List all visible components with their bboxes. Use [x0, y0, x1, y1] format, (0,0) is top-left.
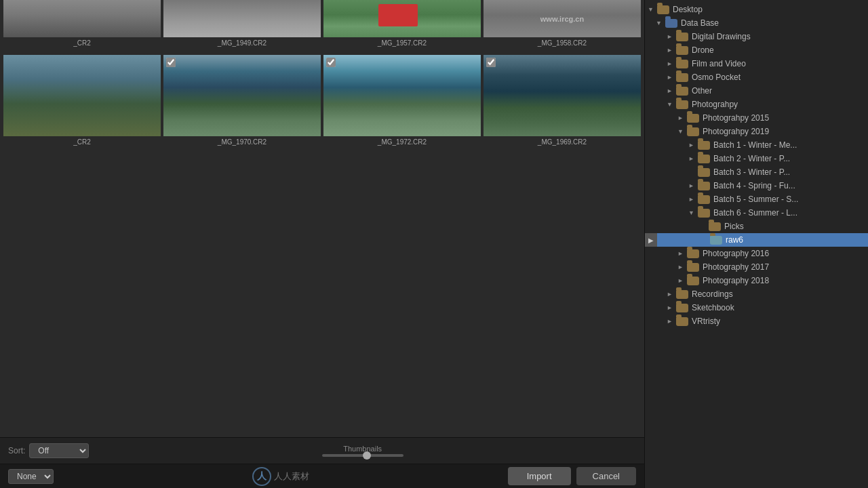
footer-bar: None 人 人人素材 Import Cancel — [0, 464, 644, 488]
tree-item-drone[interactable]: Drone — [645, 43, 868, 57]
thumbnail-r2c3 — [323, 55, 481, 136]
tree-item-vrtristy[interactable]: VRtristy — [645, 314, 868, 328]
tree-item-photography[interactable]: Photograhpy — [645, 98, 868, 111]
tree-text-photography-2019: Photograhpy 2019 — [703, 127, 769, 136]
tree-item-batch1[interactable]: Batch 1 - Winter - Me... — [645, 138, 868, 152]
tree-item-picks[interactable]: Picks — [645, 220, 868, 233]
raw6-nav-left[interactable]: ▶ — [645, 233, 657, 247]
folder-icon-batch2 — [698, 155, 710, 163]
tree-text-batch3: Batch 3 - Winter - P... — [713, 167, 790, 177]
tree-item-database[interactable]: Data Base — [645, 16, 868, 30]
photo-label-top-4: _MG_1958.CR2 — [484, 37, 641, 49]
photo-label-top-2: _MG_1949.CR2 — [163, 37, 321, 49]
photo-cell-top-3: _MG_1957.CR2 — [323, 0, 481, 49]
photo-label-r2c1: _CR2 — [3, 136, 161, 148]
folder-icon-photography — [676, 100, 688, 109]
tree-item-desktop[interactable]: Desktop — [645, 3, 868, 16]
checkbox-area-r2c4[interactable] — [486, 58, 496, 69]
arrow-digital-drawings — [667, 33, 676, 40]
arrow-batch6 — [688, 209, 698, 216]
tree-item-batch6[interactable]: Batch 6 - Summer - L... — [645, 206, 868, 220]
tree-text-photography-2018: Photography 2018 — [703, 276, 769, 285]
arrow-desktop — [648, 6, 657, 13]
sort-select[interactable]: Off By Date By Name — [29, 443, 89, 458]
photo-checkbox-r2c3[interactable] — [326, 58, 336, 67]
tree-text-photography-2015: Photograhpy 2015 — [703, 113, 769, 123]
tree-text-database: Data Base — [681, 18, 719, 28]
tree-item-batch3[interactable]: Batch 3 - Winter - P... — [645, 165, 868, 179]
tree-text-vrtristy: VRtristy — [692, 317, 720, 326]
arrow-photography-2017 — [677, 264, 687, 270]
photo-cell-top-4: www.ircg.cn _MG_1958.CR2 — [484, 0, 641, 49]
checkbox-area-r2c3[interactable] — [326, 58, 336, 69]
tree-item-batch5[interactable]: Batch 5 - Summer - S... — [645, 192, 868, 206]
checkbox-area-r2c2[interactable] — [166, 58, 176, 69]
footer-select[interactable]: None — [8, 469, 54, 484]
tree-item-raw6[interactable]: raw6 — [657, 233, 868, 247]
tree-text-film-video: Film and Video — [692, 59, 746, 68]
tree-item-photography-2018[interactable]: Photography 2018 — [645, 274, 868, 287]
slider-container — [322, 454, 403, 457]
photo-cell-r2c3[interactable]: _MG_1972.CR2 — [323, 55, 481, 148]
import-button[interactable]: Import — [508, 467, 571, 485]
folder-icon-digital-drawings — [676, 33, 688, 41]
tree-text-batch2: Batch 2 - Winter - P... — [713, 154, 790, 163]
sort-label: Sort: — [8, 446, 25, 455]
tree-text-photography-2016: Photography 2016 — [703, 249, 769, 258]
tree-item-osmo-pocket[interactable]: Osmo Pocket — [645, 70, 868, 84]
tree-item-sketchbook[interactable]: Sketchbook — [645, 301, 868, 314]
photo-cell-r2c4[interactable]: _MG_1969.CR2 — [484, 55, 641, 148]
tree-text-batch6: Batch 6 - Summer - L... — [713, 208, 797, 218]
tree-item-photography-2015[interactable]: Photograhpy 2015 — [645, 111, 868, 125]
arrow-recordings — [667, 291, 676, 298]
tree-item-batch4[interactable]: Batch 4 - Spring - Fu... — [645, 179, 868, 192]
thumbnail-slider[interactable] — [322, 454, 403, 457]
arrow-other — [667, 87, 676, 94]
thumbnail-top-2 — [163, 0, 321, 37]
tree-item-batch2[interactable]: Batch 2 - Winter - P... — [645, 152, 868, 165]
photo-checkbox-r2c4[interactable] — [486, 58, 496, 67]
folder-icon-batch6 — [698, 209, 710, 218]
photo-grid: _CR2 _MG_1970.CR2 _MG_19 — [0, 52, 644, 437]
tree-text-raw6: raw6 — [726, 235, 743, 245]
cancel-button[interactable]: Cancel — [576, 467, 636, 485]
photo-cell-top-1: _CR2 — [3, 0, 161, 49]
arrow-film-video — [667, 60, 676, 67]
thumbnail-top-4: www.ircg.cn — [484, 0, 641, 37]
arrow-photography-2018 — [677, 277, 687, 284]
folder-icon-batch3 — [698, 168, 710, 177]
arrow-batch1 — [688, 142, 698, 148]
tree-item-photography-2019[interactable]: Photograhpy 2019 — [645, 125, 868, 138]
tree-item-film-video[interactable]: Film and Video — [645, 57, 868, 70]
tree-text-digital-drawings: Digital Drawings — [692, 32, 751, 41]
slider-thumb[interactable] — [363, 451, 371, 460]
tree-item-other[interactable]: Other — [645, 84, 868, 98]
arrow-vrtristy — [667, 318, 676, 325]
folder-icon-batch4 — [698, 182, 710, 190]
sort-area: Sort: Off By Date By Name — [8, 443, 89, 458]
tree-item-photography-2017[interactable]: Photography 2017 — [645, 260, 868, 274]
folder-icon-photography-2019 — [687, 127, 699, 136]
tree-item-digital-drawings[interactable]: Digital Drawings — [645, 30, 868, 43]
tree-item-recordings[interactable]: Recordings — [645, 287, 868, 301]
folder-icon-photography-2017 — [687, 263, 699, 272]
folder-icon-vrtristy — [676, 317, 688, 326]
tree-text-batch4: Batch 4 - Spring - Fu... — [713, 181, 795, 190]
watermark-logo: 人 人人素材 — [252, 467, 309, 486]
arrow-sketchbook — [667, 304, 676, 311]
photo-cell-r2c1[interactable]: _CR2 — [3, 55, 161, 148]
thumbnails-area: Thumbnails — [322, 445, 403, 457]
tree-item-photography-2016[interactable]: Photography 2016 — [645, 247, 868, 260]
thumbnail-r2c1 — [3, 55, 161, 136]
file-tree-content[interactable]: Desktop Data Base Digital Drawings Drone — [645, 0, 868, 488]
photo-checkbox-r2c2[interactable] — [166, 58, 176, 67]
photo-label-r2c3: _MG_1972.CR2 — [323, 136, 481, 148]
arrow-photography-2016 — [677, 250, 687, 257]
folder-icon-picks — [709, 222, 721, 231]
photo-label-top-3: _MG_1957.CR2 — [323, 37, 481, 49]
photo-label-r2c2: _MG_1970.CR2 — [163, 136, 321, 148]
folder-icon-recordings — [676, 290, 688, 299]
tree-text-recordings: Recordings — [692, 289, 733, 299]
photo-cell-r2c2[interactable]: _MG_1970.CR2 — [163, 55, 321, 148]
arrow-photography-2015 — [677, 115, 687, 121]
